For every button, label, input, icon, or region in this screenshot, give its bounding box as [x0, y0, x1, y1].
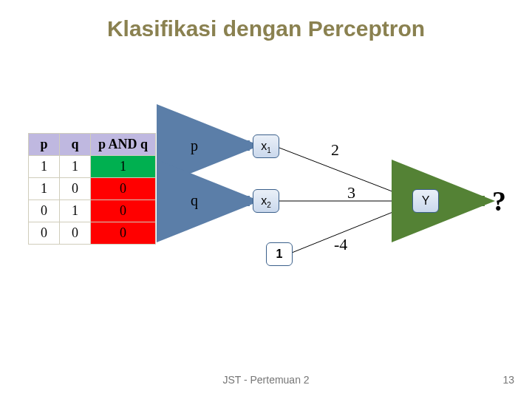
input-label-q: q: [191, 192, 198, 209]
node-x1-sub: 1: [267, 146, 271, 154]
node-bias: 1: [266, 242, 293, 266]
weight-w2: 3: [347, 183, 355, 202]
node-x2: x2: [253, 189, 279, 213]
node-x2-sub: 2: [267, 201, 271, 209]
footer-page-number: 13: [502, 374, 514, 386]
svg-line-2: [279, 148, 409, 198]
node-y: Y: [412, 189, 439, 213]
input-label-p: p: [191, 137, 198, 154]
node-x1: x1: [253, 134, 279, 158]
footer-center: JST - Pertemuan 2: [0, 374, 532, 386]
weight-w1: 2: [331, 140, 339, 160]
weight-bias: -4: [334, 235, 347, 254]
svg-line-4: [292, 205, 409, 253]
output-question: ?: [492, 185, 506, 217]
